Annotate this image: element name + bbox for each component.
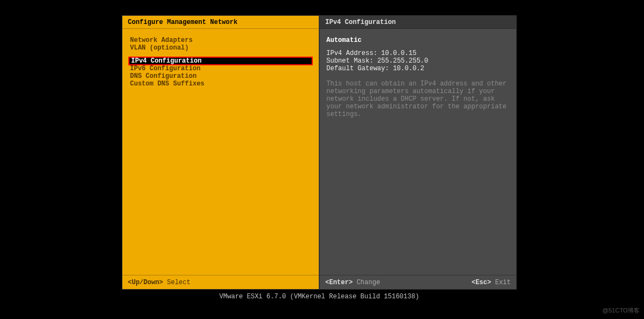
menu-item-vlan[interactable]: VLAN (optional) — [129, 44, 312, 52]
watermark: @51CTO博客 — [603, 306, 640, 315]
right-pane-footer: <Enter> Change <Esc> Exit — [320, 275, 516, 289]
footer-hint-esc: <Esc> Exit — [472, 279, 511, 286]
footer-hint-enter: <Enter> Change — [325, 279, 380, 286]
console-screen: Configure Management Network Network Ada… — [122, 15, 517, 304]
detail-description: This host can obtain an IPv4 address and… — [326, 80, 510, 118]
left-pane-title: Configure Management Network — [122, 16, 319, 29]
bottom-status-bar: VMware ESXi 6.7.0 (VMKernel Release Buil… — [122, 290, 517, 304]
menu-item-ipv6-configuration[interactable]: IPv6 Configuration — [129, 65, 312, 72]
detail-default-gateway: Default Gateway: 10.0.0.2 — [326, 65, 510, 72]
key-label-enter: <Enter> — [325, 279, 352, 286]
menu-item-ipv4-configuration[interactable]: IPv4 Configuration — [129, 57, 312, 65]
footer-hint-updown: <Up/Down> Select — [128, 279, 190, 286]
left-pane-footer: <Up/Down> Select — [122, 275, 319, 289]
menu-group-2: IPv4 Configuration IPv6 Configuration DN… — [129, 57, 312, 88]
key-action-exit: Exit — [495, 279, 511, 286]
left-pane-body: Network Adapters VLAN (optional) IPv4 Co… — [122, 29, 319, 275]
key-action-change: Change — [357, 279, 380, 286]
detail-ipv4-address: IPv4 Address: 10.0.0.15 — [326, 50, 510, 57]
menu-item-network-adapters[interactable]: Network Adapters — [129, 36, 312, 44]
detail-subnet-mask: Subnet Mask: 255.255.255.0 — [326, 57, 510, 65]
menu-item-dns-configuration[interactable]: DNS Configuration — [129, 72, 312, 80]
detail-mode: Automatic — [326, 36, 510, 44]
left-pane: Configure Management Network Network Ada… — [122, 15, 319, 290]
right-pane: IPv4 Configuration Automatic IPv4 Addres… — [319, 15, 517, 290]
key-action-select: Select — [167, 279, 190, 286]
key-label-esc: <Esc> — [472, 279, 491, 286]
right-pane-body: Automatic IPv4 Address: 10.0.0.15 Subnet… — [320, 29, 516, 275]
right-pane-title: IPv4 Configuration — [320, 16, 516, 29]
menu-group-1: Network Adapters VLAN (optional) — [129, 36, 312, 52]
menu-item-custom-dns-suffixes[interactable]: Custom DNS Suffixes — [129, 80, 312, 88]
key-label-updown: <Up/Down> — [128, 279, 163, 286]
panes-container: Configure Management Network Network Ada… — [122, 15, 517, 290]
